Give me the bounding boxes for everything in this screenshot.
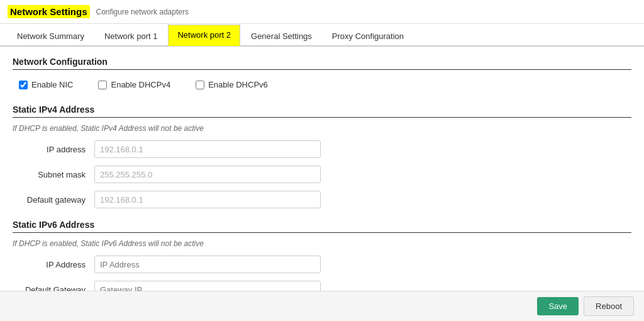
ipv4-address-label: IP address [13, 145, 94, 154]
enable-nic-label[interactable]: Enable NIC [31, 80, 73, 89]
ipv6-address-label: IP Address [13, 260, 94, 269]
enable-nic-item[interactable]: Enable NIC [19, 80, 73, 89]
subnet-mask-input[interactable] [94, 166, 321, 183]
tab-general-settings[interactable]: General Settings [242, 26, 321, 46]
tab-network-port-1[interactable]: Network port 1 [95, 26, 167, 46]
subnet-mask-field: Subnet mask [13, 166, 631, 183]
ipv4-address-input[interactable] [94, 140, 321, 158]
tab-network-summary[interactable]: Network Summary [8, 26, 94, 46]
static-ipv4-title: Static IPv4 Address [13, 104, 631, 118]
enable-dhcpv4-checkbox[interactable] [98, 81, 107, 89]
default-gateway-ipv4-input[interactable] [94, 191, 321, 208]
static-ipv4-section: Static IPv4 Address If DHCP is enabled, … [13, 104, 631, 208]
ipv4-address-field: IP address [13, 140, 631, 158]
page-footer: Save Reboot [0, 291, 644, 321]
enable-dhcpv6-label[interactable]: Enable DHCPv6 [208, 80, 268, 89]
tab-bar: Network Summary Network port 1 Network p… [0, 24, 644, 47]
static-ipv6-title: Static IPv6 Address [13, 220, 631, 233]
page-subtitle: Configure network adapters [96, 8, 189, 16]
page-header: Network Settings Configure network adapt… [0, 0, 644, 24]
tab-network-port-2[interactable]: Network port 2 [168, 25, 240, 46]
subnet-mask-label: Subnet mask [13, 170, 94, 179]
default-gateway-ipv6-field: Default Gateway [13, 281, 631, 291]
tab-proxy-configuration[interactable]: Proxy Configuration [323, 26, 413, 46]
ipv6-address-input[interactable] [94, 256, 321, 273]
network-config-title: Network Configuration [13, 57, 631, 70]
enable-nic-checkbox[interactable] [19, 81, 28, 89]
enable-dhcpv6-item[interactable]: Enable DHCPv6 [196, 80, 268, 89]
enable-dhcpv6-checkbox[interactable] [196, 81, 204, 89]
reboot-button[interactable]: Reboot [584, 296, 634, 316]
page-title: Network Settings [8, 5, 90, 18]
default-gateway-ipv4-field: Default gateway [13, 191, 631, 208]
enable-dhcpv4-item[interactable]: Enable DHCPv4 [98, 80, 170, 89]
static-ipv4-subtitle: If DHCP is enabled, Static IPv4 Address … [13, 124, 631, 133]
static-ipv6-section: Static IPv6 Address If DHCP is enabled, … [13, 220, 631, 291]
network-config-checkboxes: Enable NIC Enable DHCPv4 Enable DHCPv6 [13, 76, 631, 93]
enable-dhcpv4-label[interactable]: Enable DHCPv4 [111, 80, 170, 89]
default-gateway-ipv6-label: Default Gateway [13, 285, 94, 291]
save-button[interactable]: Save [537, 297, 579, 315]
default-gateway-ipv4-label: Default gateway [13, 195, 94, 205]
static-ipv6-subtitle: If DHCP is enabled, Static IPv6 Address … [13, 239, 631, 248]
default-gateway-ipv6-input[interactable] [94, 281, 321, 291]
ipv6-address-field: IP Address [13, 256, 631, 273]
main-content: Network Configuration Enable NIC Enable … [0, 47, 644, 291]
